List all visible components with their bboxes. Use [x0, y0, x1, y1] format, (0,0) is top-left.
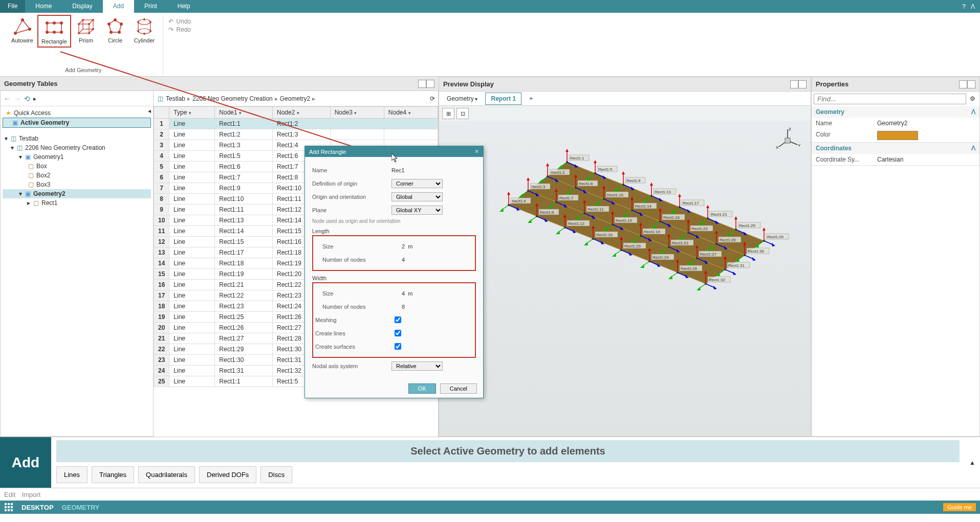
breadcrumb-geometry[interactable]: Geometry2	[280, 95, 310, 102]
svg-text:Rect1:9: Rect1:9	[626, 178, 641, 183]
guide-me-button[interactable]: Guide me	[943, 503, 976, 511]
btn-dofs[interactable]: Derived DOFs	[199, 466, 256, 483]
svg-point-19	[78, 23, 80, 25]
props-section-geometry[interactable]: Geometryᐱ	[812, 106, 979, 118]
menu-add[interactable]: Add	[103, 0, 134, 13]
btn-triangles[interactable]: Triangles	[92, 466, 134, 483]
tree-rect1[interactable]: ▸▢Rect1	[3, 198, 151, 208]
refresh-icon[interactable]: ⟳	[430, 95, 435, 102]
dlg-meshing-check[interactable]	[395, 316, 401, 323]
btn-lines[interactable]: Lines	[56, 466, 88, 483]
prop-coord-value[interactable]: Cartesian	[877, 156, 975, 163]
dlg-name-value[interactable]: Rec1	[391, 167, 476, 173]
table-header[interactable]: Node3 ▾	[330, 107, 384, 119]
menu-home[interactable]: Home	[25, 0, 62, 13]
dialog-titlebar[interactable]: Add Rectangle ✕	[305, 146, 483, 157]
tree-quick-access[interactable]: ★Quick Access	[3, 108, 151, 118]
menu-help[interactable]: Help	[167, 0, 201, 13]
view-single-icon[interactable]	[967, 80, 975, 88]
svg-point-85	[547, 175, 549, 177]
toolbar-btn-1[interactable]: ⊞	[442, 108, 454, 119]
dlg-axis-select[interactable]: Relative	[391, 361, 443, 371]
svg-point-148	[622, 184, 624, 186]
table-header[interactable]: Node1 ▾	[215, 107, 273, 119]
menu-file[interactable]: File	[0, 0, 25, 13]
preview-tab-geometry[interactable]: Geometry	[441, 93, 483, 105]
undo-button[interactable]: ↶Undo	[168, 18, 191, 25]
tree-collapse-icon[interactable]: ◂	[148, 107, 151, 115]
view-split-icon[interactable]	[959, 80, 967, 88]
ribbon-prism[interactable]: Prism	[72, 15, 100, 48]
nav-forward[interactable]: →	[14, 95, 21, 103]
tree-box3[interactable]: ▢Box3	[3, 180, 151, 189]
ribbon-rectangle[interactable]: Rectangle	[37, 15, 71, 48]
redo-button[interactable]: ↷Redo	[168, 26, 191, 33]
nav-back[interactable]: ←	[4, 95, 11, 103]
dlg-width-nodes[interactable]: 8	[402, 304, 473, 310]
collapse-ribbon-icon[interactable]: ᐱ	[971, 3, 975, 10]
view-single-icon[interactable]	[798, 80, 807, 88]
tree-box1[interactable]: ▢Box	[3, 162, 151, 171]
box-icon: ▢	[27, 172, 34, 179]
ribbon-circle[interactable]: Circle	[101, 15, 129, 48]
svg-marker-217	[687, 209, 691, 213]
table-header[interactable]: Node4 ▾	[384, 107, 438, 119]
svg-point-8	[60, 21, 63, 25]
bottom-tab-edit[interactable]: Edit	[4, 491, 15, 498]
dlg-lines-check[interactable]	[395, 330, 401, 336]
view-split-icon[interactable]	[790, 80, 798, 88]
tree-geometry2[interactable]: ▾▣Geometry2	[3, 189, 151, 198]
btn-discs[interactable]: Discs	[260, 466, 292, 483]
dlg-width-size[interactable]: 4	[402, 290, 405, 297]
dlg-surfaces-check[interactable]	[395, 343, 401, 350]
close-icon[interactable]: ✕	[474, 148, 479, 155]
svg-line-342	[725, 269, 734, 274]
dlg-length-nodes[interactable]: 4	[402, 257, 473, 263]
table-header[interactable]: Node2 ▾	[272, 107, 330, 119]
dlg-plane-select[interactable]: Global XY	[391, 206, 443, 215]
table-row[interactable]: 2LineRect1:2Rect1:3	[154, 129, 438, 140]
dlg-length-size[interactable]: 2	[402, 243, 405, 249]
svg-point-41	[143, 33, 145, 35]
prop-color-swatch[interactable]	[877, 131, 918, 140]
preview-3d-viewport[interactable]: Z X Y Rect1:1Rect1:2Rect1:3Rect1:4Rect1:…	[439, 121, 811, 436]
dlg-definition-select[interactable]: Corner	[391, 179, 443, 188]
preview-tab-report[interactable]: Report 1	[485, 93, 521, 105]
gear-icon[interactable]: ⚙	[967, 94, 977, 104]
mode-geometry[interactable]: GEOMETRY	[62, 504, 100, 511]
nav-history[interactable]: ⟲	[24, 95, 30, 103]
props-section-coords[interactable]: Coordinatesᐱ	[812, 143, 979, 154]
ribbon-cylinder[interactable]: Cylinder	[130, 15, 159, 48]
breadcrumb-root[interactable]: Testlab	[166, 95, 185, 102]
toolbar-btn-2[interactable]: ⊡	[456, 108, 469, 119]
props-search-input[interactable]	[814, 94, 966, 104]
table-header[interactable]: Type ▾	[169, 107, 215, 119]
dlg-origin-select[interactable]: Global	[391, 192, 443, 201]
expand-up-icon[interactable]: ▲	[969, 459, 975, 466]
tree-box2[interactable]: ▢Box2	[3, 171, 151, 180]
btn-quads[interactable]: Quadrilaterals	[138, 466, 195, 483]
menu-display[interactable]: Display	[62, 0, 102, 13]
breadcrumb-project[interactable]: 2206 Neo Geometry Creation	[192, 95, 273, 102]
svg-marker-343	[733, 271, 736, 275]
menu-print[interactable]: Print	[134, 0, 167, 13]
bottom-tab-import[interactable]: Import	[21, 491, 40, 498]
view-single-icon[interactable]	[426, 80, 434, 88]
cancel-button[interactable]: Cancel	[440, 383, 477, 394]
svg-rect-362	[8, 506, 10, 508]
tree-project[interactable]: ▾◫2206 Neo Geometry Creation	[3, 143, 151, 152]
view-split-icon[interactable]	[418, 80, 426, 88]
svg-point-193	[631, 209, 633, 211]
tree-active-geometry[interactable]: ▣Active Geometry	[3, 118, 151, 128]
prop-name-value[interactable]: Geometry2	[877, 120, 975, 127]
help-icon[interactable]: ?	[962, 3, 966, 10]
tree-testlab[interactable]: ▾◫Testlab	[3, 134, 151, 143]
tree-geometry1[interactable]: ▾▣Geometry1	[3, 152, 151, 162]
add-tab-button[interactable]: +	[524, 93, 538, 105]
svg-line-351	[706, 284, 715, 288]
ok-button[interactable]: OK	[408, 383, 436, 394]
ribbon-autowire[interactable]: Autowire	[8, 15, 36, 48]
apps-icon[interactable]	[4, 503, 13, 512]
mode-desktop[interactable]: DESKTOP	[21, 504, 54, 511]
table-row[interactable]: 1LineRect1:1Rect1:2	[154, 119, 438, 129]
